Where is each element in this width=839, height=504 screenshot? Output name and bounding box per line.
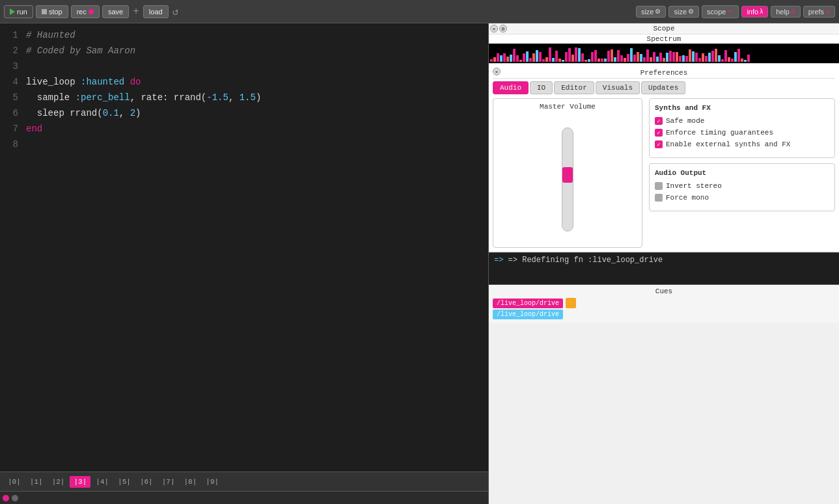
editor-tab[interactable]: |5| [114,476,135,488]
spectrum-bar [682,55,685,62]
ctrl-dot-red[interactable] [3,495,9,501]
cue-badge [566,298,576,308]
stop-icon [42,9,47,14]
checkbox-label: Enforce timing guarantees [666,129,773,137]
code-line: 3 [0,61,488,77]
spectrum-bar [585,60,587,62]
code-line: 6 sleep rrand(0.1, 2) [0,108,488,124]
scope-button[interactable]: scope 〜 [702,5,739,18]
spectrum-bar [506,57,509,62]
prefs-tabs: AudioIOEditorVisualsUpdates [493,81,835,94]
spectrum-bar [656,57,659,62]
spectrum-bar [588,59,590,62]
spectrum-bar [672,52,675,62]
load-button[interactable]: load [143,5,169,18]
volume-slider-thumb[interactable] [562,167,573,183]
audio-output-box: Audio Output Invert stereoForce mono [649,163,835,211]
spectrum-bar [536,50,538,62]
spectrum-bar [565,52,568,62]
radio-button[interactable] [655,194,663,202]
prefs-tab[interactable]: Editor [554,81,594,94]
spectrum-bar [614,57,616,62]
prefs-header: ✕ Preferences [493,68,835,79]
editor-tab[interactable]: |2| [48,476,69,488]
help-button[interactable]: help Δ [771,6,800,18]
audio-output-title: Audio Output [655,169,829,177]
spectrum-bar [741,59,743,62]
prefs-tab[interactable]: IO [530,81,553,94]
code-line: 5 sample :perc_bell, rate: rrand(-1.5, 1… [0,92,488,108]
editor-tab[interactable]: |0| [4,476,25,488]
code-area[interactable]: 1# Haunted2# Coded by Sam Aaron34live_lo… [0,23,488,471]
line-number: 1 [0,30,26,40]
spectrum-bar [568,48,571,62]
editor-tab[interactable]: |4| [92,476,113,488]
checkbox-row: Enforce timing guarantees [655,129,829,137]
volume-slider-track[interactable] [562,127,573,232]
editor-panel: 1# Haunted2# Coded by Sam Aaron34live_lo… [0,23,488,504]
spectrum-label: Spectrum [489,34,839,44]
editor-tab[interactable]: |1| [26,476,47,488]
line-content: # Haunted [26,30,76,40]
spectrum-bar [640,54,642,62]
prefs-close-btn[interactable]: ✕ [493,68,501,75]
spectrum-bar [734,52,737,62]
spectrum-bar [497,53,499,62]
editor-tab[interactable]: |6| [136,476,157,488]
line-content: # Coded by Sam Aaron [26,46,135,56]
radio-container: Invert stereoForce mono [655,182,829,202]
checkbox[interactable] [655,140,663,148]
checkbox[interactable] [655,117,663,125]
line-content: live_loop :haunted do [26,77,141,87]
rec-button[interactable]: rec [71,5,100,18]
spectrum-bar [598,59,600,62]
spectrum-bar [679,56,681,62]
editor-tab[interactable]: |8| [180,476,201,488]
log-area: => => Redefining fn :live_loop_drive [489,252,839,285]
line-content: sample :perc_bell, rate: rrand(-1.5, 1.5… [26,92,261,103]
checkbox-row: Safe mode [655,117,829,125]
editor-tab[interactable]: |7| [158,476,179,488]
checkbox[interactable] [655,129,663,137]
run-button[interactable]: run [4,5,33,18]
main-area: 1# Haunted2# Coded by Sam Aaron34live_lo… [0,23,839,504]
prefs-button[interactable]: prefs π [803,6,835,18]
separator2: ↺ [172,5,179,18]
size-button-1[interactable]: size ⚙ [636,6,667,18]
radio-label: Invert stereo [666,182,722,190]
code-line: 1# Haunted [0,30,488,46]
ctrl-dot-gray[interactable] [12,495,18,501]
spectrum-bar [532,53,535,62]
spectrum-bar [695,53,698,62]
editor-tab[interactable]: |9| [202,476,223,488]
scope-close-btn[interactable]: ✕ [490,25,498,33]
info-button[interactable]: info λ [741,6,768,18]
prefs-panel: ✕ Preferences AudioIOEditorVisualsUpdate… [489,64,839,252]
editor-tab[interactable]: |3| [70,476,90,488]
delta-icon: Δ [791,8,795,15]
line-number: 2 [0,46,26,56]
prefs-tab[interactable]: Audio [493,81,529,94]
cues-container: /live_loop/drive/live_loop/drive [493,298,835,319]
spectrum-bar [650,57,652,62]
spectrum-bar [624,58,626,62]
separator: + [133,6,139,18]
save-button[interactable]: save [102,5,129,18]
prefs-content: Master Volume Synths and FX Safe modeEnf… [493,98,835,248]
stop-button[interactable]: stop [36,5,68,18]
cue-row: /live_loop/drive [493,310,835,319]
line-number: 5 [0,92,26,103]
spectrum-bar [601,59,603,62]
spectrum-bar [653,52,655,62]
rec-icon [89,9,94,14]
spectrum-bar [545,57,548,62]
prefs-tab[interactable]: Visuals [596,81,640,94]
radio-button[interactable] [655,182,663,190]
spectrum-bar [607,51,610,62]
pi-icon: π [825,8,830,15]
line-number: 6 [0,108,26,118]
size-button-2[interactable]: size ⚙ [668,6,699,18]
prefs-tab[interactable]: Updates [641,81,685,94]
spectrum-bar [666,53,668,62]
scope-min-btn[interactable]: ⊞ [499,25,507,33]
